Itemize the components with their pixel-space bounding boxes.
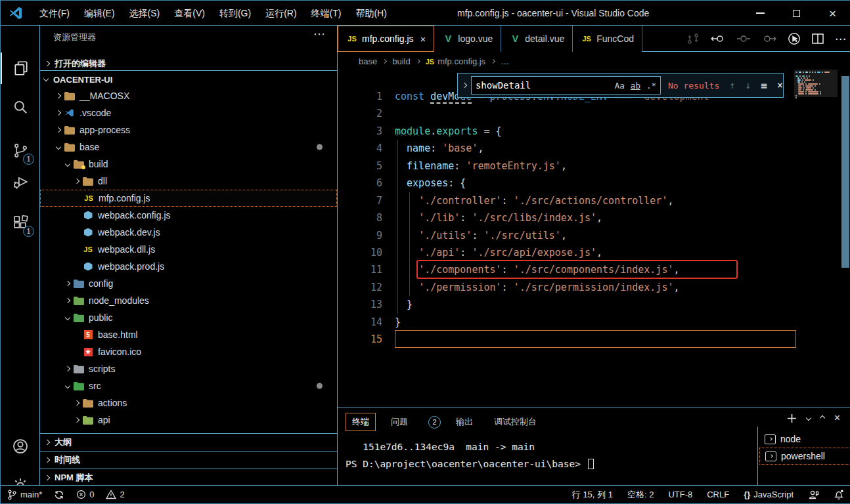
menu-item-S[interactable]: 选择(S) (122, 1, 168, 26)
tree-item-app-process[interactable]: app-process (40, 121, 337, 138)
search-icon[interactable] (1, 91, 40, 123)
status-branch[interactable]: main* (7, 490, 42, 500)
tree-item-api[interactable]: api (40, 411, 337, 429)
close-find-icon[interactable]: × (777, 79, 783, 91)
close-button[interactable]: × (815, 1, 850, 26)
more-actions-icon[interactable]: ⋯ (835, 32, 847, 46)
tree-item-__MACOSX[interactable]: __MACOSX (40, 87, 337, 104)
previous-match-icon[interactable]: ↑ (729, 79, 735, 91)
menu-item-R[interactable]: 运行(R) (258, 1, 303, 26)
breadcrumb-item[interactable]: build (392, 56, 410, 66)
status-cursor-position[interactable]: 行 15, 列 1 (572, 489, 613, 501)
minimap-line (795, 91, 836, 93)
maximize-button[interactable] (778, 1, 815, 26)
tree-item-base[interactable]: base (40, 138, 337, 156)
previous-change-icon[interactable] (711, 33, 725, 44)
next-change-icon[interactable] (762, 33, 776, 44)
maximize-panel-icon[interactable] (819, 415, 824, 421)
tree-item-webpack.dev.js[interactable]: webpack.dev.js (40, 224, 337, 241)
tree-item-webpack.config.js[interactable]: webpack.config.js (40, 207, 337, 224)
status-feedback[interactable] (808, 490, 819, 500)
tree-item-mfp.config.js[interactable]: JSmfp.config.js (40, 190, 337, 207)
breadcrumb[interactable]: basebuildJSmfp.config.js… (338, 52, 850, 70)
terminal-dropdown-icon[interactable] (805, 415, 811, 421)
source-control-icon[interactable]: 1 (1, 135, 40, 166)
terminal-instance-powershell[interactable]: powershell (759, 448, 850, 465)
tab-FuncCod[interactable]: JSFuncCod (573, 26, 642, 52)
tree-item-favicon.ico[interactable]: ★favicon.ico (40, 343, 337, 360)
code-line-2: 2 (338, 105, 850, 122)
panel-tab-输出[interactable]: 输出 (450, 413, 479, 430)
tree-item-node_modules[interactable]: node_modules (40, 292, 337, 309)
search-input[interactable]: showDetail Aa ab .* (471, 76, 661, 94)
menu-item-E[interactable]: 编辑(E) (77, 1, 122, 26)
minimap-token (813, 87, 814, 89)
match-case-icon[interactable]: Aa (615, 81, 625, 91)
tree-item-label: src (89, 381, 101, 391)
status-indentation[interactable]: 空格: 2 (627, 489, 654, 501)
tab-logo.vue[interactable]: Vlogo.vue (434, 26, 501, 52)
next-match-icon[interactable]: ↓ (745, 79, 751, 91)
breadcrumb-item[interactable]: … (501, 56, 509, 66)
tree-item-build[interactable]: build (40, 156, 337, 173)
account-icon[interactable] (1, 430, 40, 462)
split-editor-icon[interactable] (812, 33, 824, 44)
tree-item-scripts[interactable]: scripts (40, 360, 337, 377)
panel-tab-终端[interactable]: 终端 (346, 413, 376, 431)
more-actions-icon[interactable]: ⋯ (313, 27, 326, 41)
open-editors-section[interactable]: 打开的编辑器 (40, 57, 337, 71)
minimap[interactable] (795, 72, 836, 101)
find-in-selection-icon[interactable]: ≡ (761, 79, 767, 92)
menu-item-H[interactable]: 帮助(H) (348, 1, 393, 26)
tree-item-public[interactable]: public (40, 309, 337, 326)
status-encoding[interactable]: UTF-8 (668, 490, 692, 499)
close-tab-icon[interactable]: × (420, 33, 426, 45)
breadcrumb-item[interactable]: mfp.config.js (437, 56, 485, 66)
menu-item-G[interactable]: 转到(G) (212, 1, 258, 26)
section-NPM[interactable]: NPM 脚本 (40, 469, 337, 486)
section-[interactable]: 时间线 (40, 451, 337, 469)
status-notifications[interactable] (834, 489, 844, 500)
status-errors[interactable]: 0 (76, 490, 94, 499)
breadcrumb-item[interactable]: base (359, 56, 377, 66)
status-language[interactable]: {}JavaScript (744, 490, 794, 499)
compare-changes-icon[interactable] (686, 33, 700, 45)
current-change-icon[interactable] (736, 33, 751, 44)
tree-item-src[interactable]: src (40, 377, 337, 394)
tree-item-config[interactable]: config (40, 275, 337, 292)
project-root[interactable]: OACENTER-UI (40, 72, 337, 87)
tree-item-actions[interactable]: actions (40, 394, 337, 411)
status-sync[interactable] (54, 490, 64, 500)
tree-item-base.html[interactable]: 5base.html (40, 326, 337, 343)
code-editor[interactable]: 1const devMode = process.env.NODE_ENV ==… (338, 70, 850, 408)
minimize-button[interactable] (742, 1, 778, 26)
whole-word-icon[interactable]: ab (631, 81, 640, 91)
run-code-icon[interactable] (788, 32, 801, 45)
toggle-replace-icon[interactable] (458, 74, 471, 97)
terminal-instance-node[interactable]: node (759, 430, 850, 448)
tab-mfp.config.js[interactable]: JSmfp.config.js× (338, 26, 434, 52)
section-[interactable]: 大纲 (40, 433, 337, 451)
status-warnings[interactable]: 2 (106, 490, 124, 499)
tree-item-webpack.dll.js[interactable]: JSwebpack.dll.js (40, 241, 337, 258)
tab-detail.vue[interactable]: Vdetail.vue (501, 26, 573, 52)
status-eol[interactable]: CRLF (707, 490, 729, 499)
menu-item-F[interactable]: 文件(F) (32, 1, 77, 26)
tree-item-webpack.prod.js[interactable]: webpack.prod.js (40, 258, 337, 275)
menu-item-T[interactable]: 终端(T) (304, 1, 349, 26)
status-label: UTF-8 (668, 490, 692, 499)
tree-item-.vscode[interactable]: .vscode (40, 104, 337, 121)
extensions-icon[interactable]: 1 (1, 207, 40, 238)
tree-item-dll[interactable]: dll (40, 173, 337, 190)
terminal-line: 151e7d6..134ec9a main -> main (346, 438, 753, 455)
close-panel-icon[interactable]: × (834, 412, 840, 424)
terminal-output[interactable]: 151e7d6..134ec9a main -> mainPS D:\aproj… (346, 438, 753, 472)
panel-tab-问题[interactable]: 问题 (385, 413, 414, 430)
new-terminal-icon[interactable] (787, 413, 797, 423)
run-debug-icon[interactable] (1, 166, 40, 198)
explorer-icon[interactable] (1, 52, 40, 84)
menu-item-V[interactable]: 查看(V) (167, 1, 212, 26)
editor-scrollbar[interactable] (841, 76, 849, 268)
regex-icon[interactable]: .* (646, 81, 656, 91)
panel-tab-调试控制台[interactable]: 调试控制台 (488, 413, 543, 430)
